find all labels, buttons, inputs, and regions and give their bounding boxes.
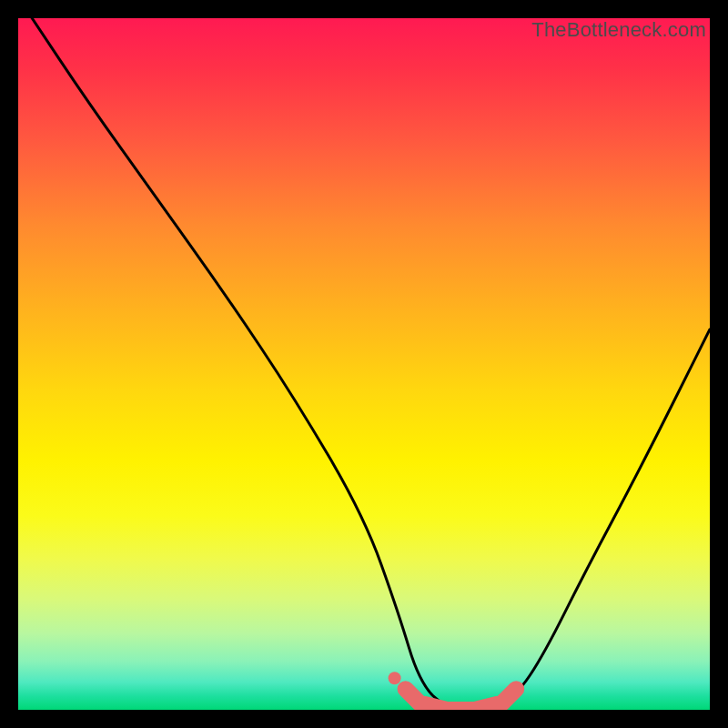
watermark-text: TheBottleneck.com xyxy=(531,18,706,42)
optimal-range-markers xyxy=(389,672,517,710)
chart-frame: TheBottleneck.com xyxy=(18,18,710,710)
optimal-range-band xyxy=(406,689,517,710)
plot-area: TheBottleneck.com xyxy=(18,18,710,710)
chart-svg xyxy=(18,18,710,710)
optimal-range-start-dot xyxy=(389,672,401,684)
bottleneck-curve xyxy=(32,18,710,710)
curve-group xyxy=(32,18,710,710)
